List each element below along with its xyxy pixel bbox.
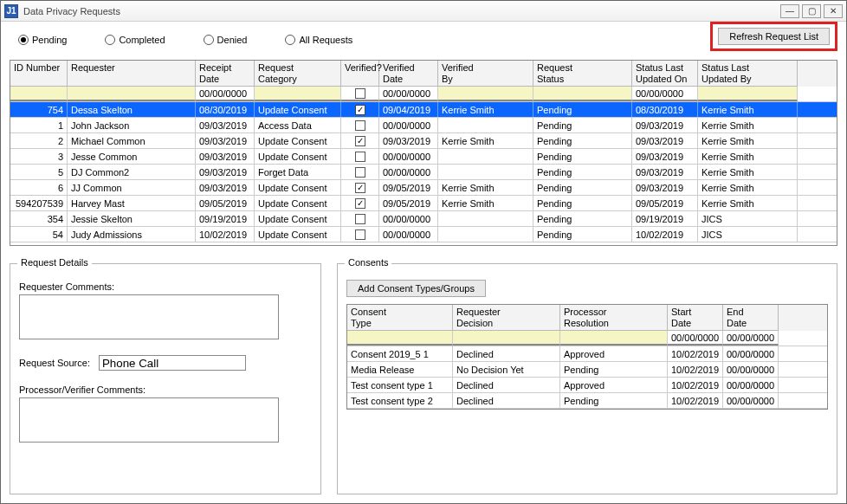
grid-filter-row[interactable]: 00/00/0000 00/00/0000 00/00/0000 — [10, 87, 837, 102]
ccol-decision[interactable]: Requester Decision — [453, 305, 560, 331]
filter-row: PendingCompletedDeniedAll Requests Refre… — [10, 29, 837, 51]
cell-verified[interactable] — [341, 211, 379, 226]
consent-row[interactable]: Test consent type 1DeclinedApproved10/02… — [347, 378, 827, 393]
request-source-input[interactable] — [99, 355, 246, 371]
col-verified-date[interactable]: Verified Date — [379, 61, 438, 87]
filter-radio-all-requests[interactable]: All Requests — [285, 35, 352, 45]
cell-verified[interactable] — [341, 180, 379, 195]
consent-row[interactable]: Media ReleaseNo Decision YetPending10/02… — [347, 362, 827, 378]
col-verified[interactable]: Verified? — [341, 61, 379, 87]
checkbox-icon[interactable] — [355, 136, 365, 146]
requests-grid[interactable]: ID Number Requester Receipt Date Request… — [10, 60, 837, 246]
table-row[interactable]: 2Michael Common09/03/2019Update Consent0… — [10, 133, 837, 149]
checkbox-icon[interactable] — [355, 120, 365, 131]
cfilter-type[interactable] — [347, 331, 453, 346]
cell: 09/05/2019 — [379, 180, 438, 195]
col-id[interactable]: ID Number — [10, 61, 68, 87]
close-button[interactable]: ✕ — [824, 4, 843, 18]
cell-verified[interactable] — [341, 102, 379, 117]
cell: Pending — [533, 165, 632, 179]
col-requester[interactable]: Requester — [68, 61, 196, 87]
cell: Kerrie Smith — [438, 180, 533, 195]
checkbox-icon[interactable] — [355, 198, 365, 209]
cell-verified[interactable] — [341, 227, 379, 242]
checkbox-icon[interactable] — [355, 88, 365, 99]
filter-radio-completed[interactable]: Completed — [105, 35, 165, 45]
add-consent-button[interactable]: Add Consent Types/Groups — [346, 280, 486, 297]
requester-comments-input[interactable] — [19, 294, 279, 339]
refresh-button[interactable]: Refresh Request List — [718, 28, 830, 45]
consents-filter-row[interactable]: 00/00/0000 00/00/0000 — [347, 331, 827, 346]
table-row[interactable]: 54Judy Admissions10/02/2019Update Consen… — [10, 227, 837, 242]
cell: Approved — [560, 346, 668, 361]
table-row[interactable]: 754Dessa Skelton08/30/2019Update Consent… — [10, 102, 837, 118]
col-category[interactable]: Request Category — [255, 61, 341, 87]
filter-requester[interactable] — [68, 87, 196, 101]
cfilter-resolution[interactable] — [560, 331, 668, 346]
filter-radio-denied[interactable]: Denied — [204, 35, 248, 45]
ccol-resolution[interactable]: Processor Resolution — [560, 305, 668, 331]
cell-verified[interactable] — [341, 133, 379, 148]
table-row[interactable]: 3Jesse Common09/03/2019Update Consent00/… — [10, 149, 837, 165]
ccol-end[interactable]: End Date — [723, 305, 779, 331]
cell-verified[interactable] — [341, 165, 379, 179]
col-updated-by[interactable]: Status Last Updated By — [698, 61, 798, 87]
cell: 09/03/2019 — [632, 149, 698, 164]
col-receipt-date[interactable]: Receipt Date — [196, 61, 255, 87]
cell: Pending — [533, 227, 632, 242]
cell: Declined — [453, 346, 560, 361]
filter-receipt-date[interactable]: 00/00/0000 — [196, 87, 255, 101]
filter-verified-by[interactable] — [438, 87, 533, 101]
cell: 10/02/2019 — [668, 346, 723, 361]
cell-verified[interactable] — [341, 118, 379, 132]
cell: 00/00/0000 — [723, 346, 779, 361]
col-updated-on[interactable]: Status Last Updated On — [632, 61, 698, 87]
app-window: J1 Data Privacy Requests — ▢ ✕ PendingCo… — [0, 0, 847, 504]
close-icon: ✕ — [830, 6, 837, 16]
maximize-button[interactable]: ▢ — [802, 4, 821, 18]
filter-updated-on[interactable]: 00/00/0000 — [632, 87, 698, 101]
cfilter-start[interactable]: 00/00/0000 — [668, 331, 723, 346]
filter-verified[interactable] — [341, 87, 379, 101]
cell: Pending — [560, 362, 668, 377]
table-row[interactable]: 1John Jackson09/03/2019Access Data00/00/… — [10, 118, 837, 133]
filter-category[interactable] — [255, 87, 341, 101]
cell[interactable]: No Decision Yet — [453, 362, 560, 377]
col-status[interactable]: Request Status — [533, 61, 632, 87]
cell-verified[interactable] — [341, 196, 379, 210]
cell: Update Consent — [255, 102, 341, 117]
processor-comments-label: Processor/Verifier Comments: — [19, 384, 312, 395]
grid-body[interactable]: 00/00/0000 00/00/0000 00/00/0000 754Dess… — [10, 87, 837, 245]
consents-grid[interactable]: Consent Type Requester Decision Processo… — [346, 304, 828, 410]
table-row[interactable]: 6JJ Common09/03/2019Update Consent09/05/… — [10, 180, 837, 196]
checkbox-icon[interactable] — [355, 183, 365, 193]
cfilter-end[interactable]: 00/00/0000 — [723, 331, 779, 346]
checkbox-icon[interactable] — [355, 214, 365, 224]
consents-grid-body[interactable]: 00/00/0000 00/00/0000 Consent 2019_5 1De… — [347, 331, 827, 409]
checkbox-icon[interactable] — [355, 229, 365, 240]
checkbox-icon[interactable] — [355, 167, 365, 178]
table-row[interactable]: 354Jessie Skelton09/19/2019Update Consen… — [10, 211, 837, 227]
table-row[interactable]: 594207539Harvey Mast09/05/2019Update Con… — [10, 196, 837, 211]
cell: Kerrie Smith — [698, 102, 798, 117]
table-row[interactable]: 5DJ Common209/03/2019Forget Data00/00/00… — [10, 165, 837, 180]
filter-radio-pending[interactable]: Pending — [18, 35, 67, 45]
ccol-type[interactable]: Consent Type — [347, 305, 453, 331]
minimize-button[interactable]: — — [780, 4, 799, 18]
filter-updated-by[interactable] — [698, 87, 798, 101]
checkbox-icon[interactable] — [355, 105, 365, 115]
filter-id[interactable] — [10, 87, 68, 101]
col-verified-by[interactable]: Verified By — [438, 61, 533, 87]
filter-verified-date[interactable]: 00/00/0000 — [379, 87, 438, 101]
cell — [438, 165, 533, 179]
cell: Kerrie Smith — [698, 180, 798, 195]
cfilter-decision[interactable] — [453, 331, 560, 346]
cell: Approved — [560, 378, 668, 392]
consent-row[interactable]: Test consent type 2DeclinedPending10/02/… — [347, 393, 827, 409]
consent-row[interactable]: Consent 2019_5 1DeclinedApproved10/02/20… — [347, 346, 827, 362]
cell-verified[interactable] — [341, 149, 379, 164]
checkbox-icon[interactable] — [355, 152, 365, 162]
ccol-start[interactable]: Start Date — [668, 305, 723, 331]
processor-comments-input[interactable] — [19, 397, 279, 443]
filter-status[interactable] — [533, 87, 632, 101]
